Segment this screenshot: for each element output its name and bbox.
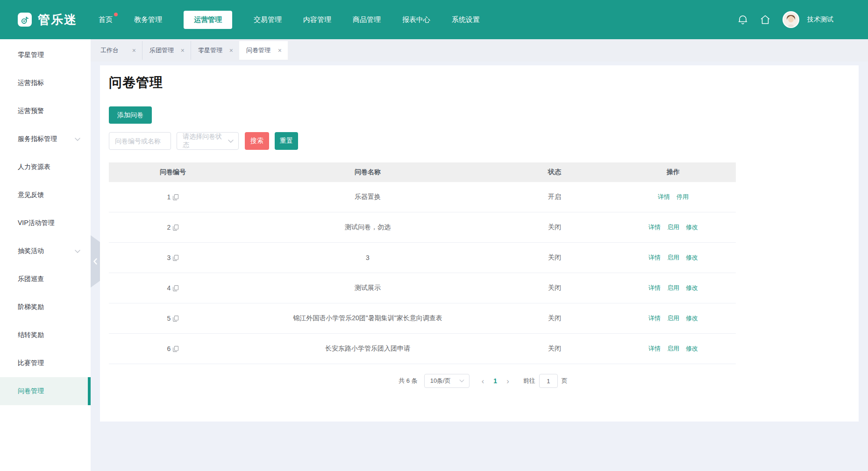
questionnaire-id-cell: 3	[109, 243, 237, 273]
sidebar-item-label: 运营预警	[18, 107, 44, 115]
nav-item-home[interactable]: 首页	[99, 15, 113, 24]
action-enable-link[interactable]: 启用	[667, 344, 679, 353]
table-row: 6长安东路小学管乐团入团申请关闭详情启用修改	[109, 334, 736, 364]
sidebar-item-competition[interactable]: 比赛管理	[0, 349, 91, 377]
action-detail-link[interactable]: 详情	[648, 223, 661, 232]
home-icon[interactable]	[760, 14, 771, 25]
action-detail-link[interactable]: 详情	[658, 193, 670, 201]
brand-name: 管乐迷	[38, 12, 77, 28]
action-modify-link[interactable]: 修改	[686, 314, 698, 323]
sidebar-item-label: VIP活动管理	[18, 219, 55, 227]
tab-workbench[interactable]: 工作台×	[93, 41, 142, 60]
sidebar-item-band-inspection[interactable]: 乐团巡查	[0, 265, 91, 293]
nav-item-transaction[interactable]: 交易管理	[254, 15, 282, 24]
sidebar-item-hr-table[interactable]: 人力资源表	[0, 153, 91, 181]
tab-questionnaire[interactable]: 问卷管理×	[239, 41, 288, 60]
username: 技术测试	[807, 15, 833, 24]
nav-item-label: 教务管理	[134, 15, 162, 23]
action-modify-link[interactable]: 修改	[686, 284, 698, 292]
sidebar-item-label: 结转奖励	[18, 331, 44, 339]
sidebar-item-service-metrics[interactable]: 服务指标管理	[0, 125, 91, 153]
copy-icon[interactable]	[173, 225, 178, 231]
action-detail-link[interactable]: 详情	[648, 314, 661, 323]
sidebar-item-tier-rewards[interactable]: 阶梯奖励	[0, 293, 91, 321]
action-detail-link[interactable]: 详情	[648, 253, 661, 262]
sidebar-collapse-handle[interactable]	[91, 235, 100, 288]
tab-band[interactable]: 乐团管理×	[142, 41, 191, 60]
sidebar-item-feedback[interactable]: 意见反馈	[0, 181, 91, 209]
nav-item-label: 交易管理	[254, 15, 282, 23]
avatar[interactable]	[783, 11, 799, 28]
current-page[interactable]: 1	[491, 377, 500, 385]
sidebar-item-operation-alerts[interactable]: 运营预警	[0, 97, 91, 125]
questionnaire-search-input[interactable]	[109, 132, 171, 150]
close-tab-icon[interactable]: ×	[229, 47, 233, 54]
copy-icon[interactable]	[173, 285, 178, 291]
actions-cell: 详情启用修改	[611, 334, 736, 364]
questionnaire-id-cell: 2	[109, 212, 237, 242]
actions-cell: 详情启用修改	[611, 273, 736, 303]
tab-scattered[interactable]: 零星管理×	[191, 41, 239, 60]
chevron-down-icon	[228, 140, 234, 143]
next-page-button[interactable]: ›	[500, 377, 516, 385]
copy-icon[interactable]	[173, 346, 178, 352]
sidebar-item-scattered[interactable]: 零星管理	[0, 41, 91, 69]
table-header: 问卷编号问卷名称状态操作	[109, 162, 736, 182]
nav-item-system-settings[interactable]: 系统设置	[452, 15, 480, 24]
sidebar-item-vip-activities[interactable]: VIP活动管理	[0, 209, 91, 237]
action-detail-link[interactable]: 详情	[648, 344, 661, 353]
action-detail-link[interactable]: 详情	[648, 284, 661, 292]
close-tab-icon[interactable]: ×	[132, 47, 136, 54]
action-modify-link[interactable]: 修改	[686, 344, 698, 353]
goto-page-input[interactable]	[539, 374, 558, 388]
column-header: 状态	[498, 162, 611, 182]
questionnaire-name-cell: 3	[237, 243, 498, 273]
questionnaire-name-cell: 长安东路小学管乐团入团申请	[237, 334, 498, 364]
chevron-down-icon	[459, 380, 464, 382]
column-header: 问卷编号	[109, 162, 237, 182]
action-modify-link[interactable]: 修改	[686, 223, 698, 232]
questionnaire-id: 3	[167, 254, 171, 261]
nav-item-report-center[interactable]: 报表中心	[402, 15, 430, 24]
copy-icon[interactable]	[173, 255, 178, 261]
copy-icon[interactable]	[173, 316, 178, 322]
nav-item-label: 内容管理	[303, 15, 331, 23]
sidebar-item-label: 乐团巡查	[18, 275, 44, 283]
nav-item-academic[interactable]: 教务管理	[134, 15, 162, 24]
filter-bar: 请选择问卷状态 搜索 重置	[109, 132, 850, 150]
questionnaire-name-cell: 测试展示	[237, 273, 498, 303]
nav-item-label: 商品管理	[353, 15, 381, 23]
status-cell: 关闭	[498, 212, 611, 242]
reset-button[interactable]: 重置	[275, 132, 298, 150]
sidebar-item-carryover-rewards[interactable]: 结转奖励	[0, 321, 91, 349]
action-disable-link[interactable]: 停用	[676, 193, 689, 201]
table-row: 4测试展示关闭详情启用修改	[109, 273, 736, 303]
prev-page-button[interactable]: ‹	[475, 377, 491, 385]
table-row: 5锦江外国语小学管乐20团"暑期集训"家长意向调查表关闭详情启用修改	[109, 303, 736, 334]
nav-item-operations[interactable]: 运营管理	[184, 11, 232, 29]
copy-icon[interactable]	[173, 194, 178, 200]
nav-item-content[interactable]: 内容管理	[303, 15, 331, 24]
nav-item-product[interactable]: 商品管理	[353, 15, 381, 24]
action-enable-link[interactable]: 启用	[667, 314, 679, 323]
add-questionnaire-button[interactable]: 添加问卷	[109, 106, 152, 124]
close-tab-icon[interactable]: ×	[278, 47, 282, 54]
page-size-select[interactable]: 10条/页	[424, 374, 470, 388]
table-body: 1乐器置换开启详情停用2测试问卷，勿选关闭详情启用修改33关闭详情启用修改4测试…	[109, 182, 736, 364]
close-tab-icon[interactable]: ×	[181, 47, 185, 54]
status-select[interactable]: 请选择问卷状态	[177, 132, 239, 150]
action-enable-link[interactable]: 启用	[667, 284, 679, 292]
action-enable-link[interactable]: 启用	[667, 223, 679, 232]
action-modify-link[interactable]: 修改	[686, 253, 698, 262]
bell-icon[interactable]	[738, 14, 748, 25]
pagination: 共 6 条 10条/页 ‹ 1 › 前往 页	[170, 374, 797, 388]
sidebar-item-operation-metrics[interactable]: 运营指标	[0, 69, 91, 97]
questionnaire-id: 4	[167, 284, 171, 292]
action-enable-link[interactable]: 启用	[667, 253, 679, 262]
brand[interactable]: 管乐迷	[18, 12, 77, 28]
sidebar-item-questionnaire[interactable]: 问卷管理	[0, 377, 91, 405]
questionnaire-id-cell: 4	[109, 273, 237, 303]
search-button[interactable]: 搜索	[245, 132, 269, 150]
sidebar-item-lottery[interactable]: 抽奖活动	[0, 237, 91, 265]
status-select-placeholder: 请选择问卷状态	[183, 133, 228, 149]
